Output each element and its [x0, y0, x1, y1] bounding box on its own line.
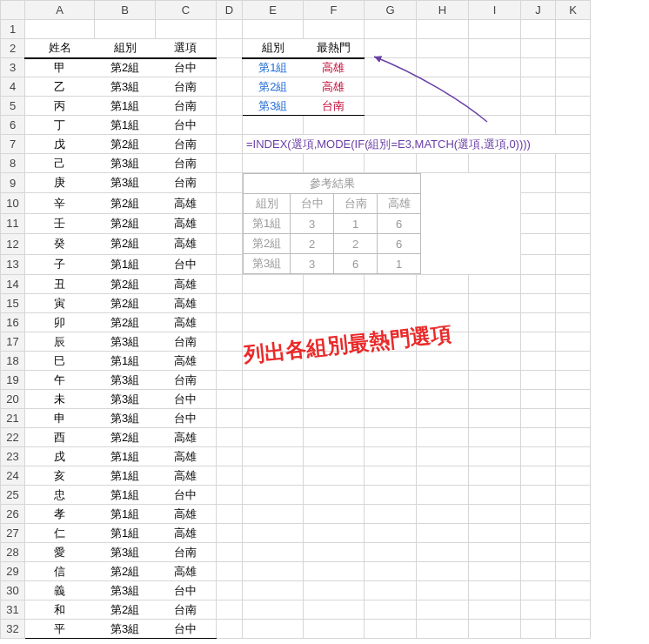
- cell[interactable]: [556, 524, 591, 543]
- cell[interactable]: [521, 543, 556, 562]
- cell[interactable]: 台南: [156, 77, 217, 97]
- cell[interactable]: 選項: [156, 39, 217, 58]
- cell[interactable]: [365, 466, 417, 486]
- cell[interactable]: 酉: [25, 428, 95, 447]
- cell[interactable]: [217, 524, 243, 543]
- row-header[interactable]: 15: [1, 294, 25, 313]
- row-header[interactable]: 28: [1, 543, 25, 562]
- cell[interactable]: [243, 294, 304, 313]
- cell[interactable]: [217, 173, 243, 193]
- cell[interactable]: 高雄: [156, 447, 217, 466]
- row-header[interactable]: 31: [1, 600, 25, 620]
- cell[interactable]: 第3組: [95, 154, 156, 173]
- grid-row[interactable]: 16卯第2組高雄: [1, 313, 591, 332]
- cell[interactable]: [217, 154, 243, 173]
- cell[interactable]: [217, 332, 243, 352]
- cell[interactable]: [95, 20, 156, 39]
- cell[interactable]: 第2組: [95, 234, 156, 254]
- cell[interactable]: 台南: [156, 600, 217, 620]
- cell[interactable]: 台中: [156, 620, 217, 639]
- cell[interactable]: [417, 447, 469, 466]
- cell[interactable]: [304, 562, 365, 581]
- row-header[interactable]: 11: [1, 213, 25, 233]
- cell[interactable]: 高雄: [156, 313, 217, 332]
- cell[interactable]: 最熱門: [304, 39, 365, 58]
- cell[interactable]: [217, 58, 243, 77]
- cell[interactable]: 亥: [25, 466, 95, 486]
- cell[interactable]: [417, 294, 469, 313]
- cell[interactable]: [521, 505, 556, 524]
- cell[interactable]: [217, 135, 243, 154]
- cell[interactable]: [417, 20, 469, 39]
- cell[interactable]: [521, 193, 556, 213]
- cell[interactable]: [304, 409, 365, 428]
- cell[interactable]: [304, 294, 365, 313]
- cell[interactable]: [217, 352, 243, 371]
- cell[interactable]: [469, 20, 521, 39]
- cell[interactable]: 台中: [156, 390, 217, 409]
- cell[interactable]: 第1組: [95, 352, 156, 371]
- grid-row[interactable]: 26孝第1組高雄: [1, 505, 591, 524]
- cell[interactable]: [521, 294, 556, 313]
- col-header-D[interactable]: D: [217, 1, 243, 20]
- row-header[interactable]: 18: [1, 352, 25, 371]
- cell[interactable]: [365, 581, 417, 600]
- cell[interactable]: [521, 97, 556, 116]
- cell[interactable]: [217, 486, 243, 505]
- cell[interactable]: 庚: [25, 173, 95, 193]
- cell[interactable]: 戊: [25, 135, 95, 154]
- cell[interactable]: [365, 620, 417, 639]
- cell[interactable]: 第3組: [95, 543, 156, 562]
- col-header-J[interactable]: J: [521, 1, 556, 20]
- cell[interactable]: 高雄: [156, 524, 217, 543]
- cell[interactable]: [521, 58, 556, 77]
- cell[interactable]: [365, 20, 417, 39]
- cell[interactable]: 台南: [156, 332, 217, 352]
- cell[interactable]: 壬: [25, 213, 95, 233]
- row-header[interactable]: 32: [1, 620, 25, 639]
- cell[interactable]: 高雄: [156, 294, 217, 313]
- cell[interactable]: [469, 505, 521, 524]
- cell[interactable]: [417, 352, 469, 371]
- cell[interactable]: [217, 39, 243, 58]
- grid-row[interactable]: 32平第3組台中: [1, 620, 591, 639]
- cell[interactable]: [556, 332, 591, 352]
- cell[interactable]: [469, 371, 521, 390]
- cell[interactable]: 第2組: [95, 294, 156, 313]
- cell[interactable]: 寅: [25, 294, 95, 313]
- row-header[interactable]: 27: [1, 524, 25, 543]
- cell[interactable]: [243, 505, 304, 524]
- cell[interactable]: 台中: [156, 116, 217, 135]
- cell[interactable]: [521, 39, 556, 58]
- cell[interactable]: [521, 20, 556, 39]
- cell[interactable]: [217, 193, 243, 213]
- cell[interactable]: [556, 97, 591, 116]
- cell[interactable]: 第1組: [95, 447, 156, 466]
- cell[interactable]: [556, 154, 591, 173]
- cell[interactable]: 第1組: [95, 466, 156, 486]
- cell[interactable]: 第3組: [95, 390, 156, 409]
- cell[interactable]: [521, 352, 556, 371]
- cell[interactable]: [365, 600, 417, 620]
- cell[interactable]: 組別: [95, 39, 156, 58]
- column-header-row[interactable]: A B C D E F G H I J K: [1, 1, 591, 20]
- cell[interactable]: [469, 428, 521, 447]
- cell[interactable]: 第1組: [95, 97, 156, 116]
- cell[interactable]: [417, 581, 469, 600]
- cell[interactable]: [556, 294, 591, 313]
- cell[interactable]: 台中: [156, 409, 217, 428]
- cell[interactable]: 第2組: [95, 562, 156, 581]
- cell[interactable]: [417, 524, 469, 543]
- cell[interactable]: [469, 524, 521, 543]
- cell[interactable]: 癸: [25, 234, 95, 254]
- cell[interactable]: [521, 524, 556, 543]
- cell[interactable]: [365, 543, 417, 562]
- cell[interactable]: [521, 600, 556, 620]
- cell[interactable]: 第3組: [95, 409, 156, 428]
- cell[interactable]: 第3組: [95, 620, 156, 639]
- cell[interactable]: 台中: [156, 581, 217, 600]
- cell[interactable]: [304, 154, 365, 173]
- col-header-B[interactable]: B: [95, 1, 156, 20]
- cell[interactable]: 高雄: [156, 505, 217, 524]
- cell[interactable]: [365, 154, 417, 173]
